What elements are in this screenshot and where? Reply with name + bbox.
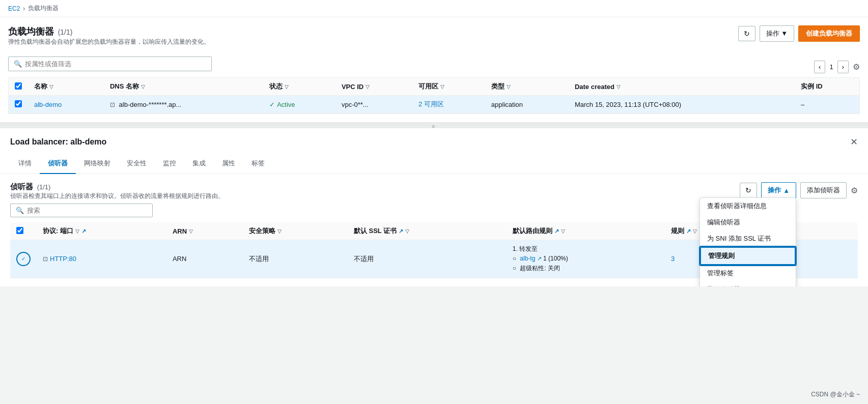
search-icon: 🔍 [14, 60, 22, 68]
col-az[interactable]: 可用区▽ [418, 82, 479, 91]
tab-tags[interactable]: 标签 [243, 154, 273, 174]
actions-dropdown-wrapper: 操作 ▲ 查看侦听器详细信息 编辑侦听器 为 SNI 添加 SSL 证书 管理规… [761, 182, 796, 198]
ssl-cert-cell: 不适用 [348, 240, 507, 278]
row-circle-indicator: ✓ [16, 252, 31, 266]
menu-manage-tags[interactable]: 管理标签 [700, 265, 796, 281]
tab-details[interactable]: 详情 [10, 154, 40, 174]
az-link[interactable]: 2 可用区 [418, 100, 444, 108]
table-row[interactable]: alb-demo ⊡ alb-demo-*******.ap... ✓ Acti… [9, 96, 859, 113]
protocol-port-cell: ⊡ HTTP:80 [43, 255, 160, 263]
tab-integration[interactable]: 集成 [184, 154, 214, 174]
listeners-search-icon: 🔍 [16, 207, 24, 214]
resize-handle[interactable]: ≡ [0, 124, 868, 128]
arn-cell: ARN [166, 240, 243, 278]
route-ext-icon[interactable]: ↗ [537, 255, 542, 262]
panel-actions: ↻ 操作 ▼ 创建负载均衡器 [738, 25, 860, 42]
lb-detail-title: Load balancer: alb-demo [10, 137, 106, 147]
settings-icon[interactable]: ⚙ [853, 62, 860, 72]
section-title: 侦听器 (1/1) [10, 182, 224, 192]
breadcrumb-ec2[interactable]: EC2 [8, 5, 20, 12]
lb-table: 名称▽ DNS 名称▽ 状态▽ VPC ID▽ 可用区▽ 类型▽ Date cr… [8, 77, 860, 114]
col-type[interactable]: 类型▽ [491, 82, 563, 91]
menu-add-ssl[interactable]: 为 SNI 添加 SSL 证书 [700, 230, 796, 247]
menu-edit-listener[interactable]: 编辑侦听器 [700, 214, 796, 230]
instance-id-value: – [795, 96, 859, 113]
col-name[interactable]: 名称▽ [34, 82, 98, 91]
col-date-created[interactable]: Date created▽ [575, 83, 789, 91]
status-check-icon: ✓ [269, 101, 275, 108]
breadcrumb-current: 负载均衡器 [28, 4, 59, 13]
tab-attributes[interactable]: 属性 [214, 154, 243, 174]
section-subtitle: 侦听器检查其端口上的连接请求和协议。侦听器收的流量将根据规则进行路由。 [10, 192, 224, 200]
protocol-port-link[interactable]: HTTP:80 [50, 255, 76, 263]
external-link-icon[interactable]: ↗ [81, 228, 86, 235]
bottom-panel: Load balancer: alb-demo ✕ 详情 侦听器 网络映射 安全… [0, 128, 868, 286]
tab-listeners[interactable]: 侦听器 [40, 154, 76, 174]
route-target-detail: 1 (100%) [543, 255, 568, 262]
copy-dns-icon: ⊡ [43, 255, 48, 263]
route-rule-cell: 1. 转发至 ○ alb-tg ↗ 1 (100%) ○ 超级粘性: 关闭 [507, 240, 665, 278]
panel-subtitle: 弹性负载均衡器会自动扩展您的负载均衡器容量，以响应传入流量的变化。 [8, 38, 210, 46]
close-button[interactable]: ✕ [850, 136, 858, 148]
col-dns[interactable]: DNS 名称▽ [110, 82, 257, 91]
tab-security[interactable]: 安全性 [119, 154, 155, 174]
page-title: 负载均衡器 (1/1) [8, 25, 210, 38]
refresh-button[interactable]: ↻ [738, 26, 755, 41]
col-route-rule[interactable]: 默认路由规则↗▽ [513, 226, 659, 236]
security-policy-cell: 不适用 [243, 240, 348, 278]
actions-button[interactable]: 操作 ▼ [760, 25, 794, 42]
listeners-select-all[interactable] [16, 227, 23, 234]
type-value: application [485, 96, 569, 113]
pagination: ‹ 1 › ⚙ [814, 56, 860, 77]
route-target: ○ alb-tg ↗ 1 (100%) [513, 254, 659, 264]
col-security-policy[interactable]: 安全策略▽ [249, 226, 342, 236]
prev-page-button[interactable]: ‹ [814, 61, 825, 73]
col-protocol-port[interactable]: 协议: 端口▽↗ [43, 226, 160, 236]
status-badge: ✓ Active [269, 101, 329, 108]
create-lb-button[interactable]: 创建负载均衡器 [798, 25, 860, 42]
page-number: 1 [829, 63, 833, 71]
search-input[interactable] [25, 60, 206, 68]
dns-value: alb-demo-*******.ap... [119, 101, 182, 108]
route-sticky: ○ 超级粘性: 关闭 [513, 264, 659, 273]
breadcrumb-separator: › [23, 5, 25, 12]
actions-dropdown-menu: 查看侦听器详细信息 编辑侦听器 为 SNI 添加 SSL 证书 管理规则 管理标… [699, 197, 796, 286]
col-ssl-cert[interactable]: 默认 SSL 证书↗▽ [354, 226, 500, 236]
col-instance-id[interactable]: 实例 ID [801, 82, 853, 91]
next-page-button[interactable]: › [837, 61, 849, 73]
detail-tabs: 详情 侦听器 网络映射 安全性 监控 集成 属性 标签 [0, 154, 868, 174]
menu-view-listener[interactable]: 查看侦听器详细信息 [700, 198, 796, 214]
route-target-link[interactable]: alb-tg [520, 255, 535, 262]
col-status[interactable]: 状态▽ [269, 82, 329, 91]
ssl-external-link-icon[interactable]: ↗ [399, 228, 403, 235]
tab-monitoring[interactable]: 监控 [155, 154, 184, 174]
listeners-search-bar[interactable]: 🔍 [10, 204, 153, 217]
listeners-settings-icon[interactable]: ⚙ [851, 186, 858, 195]
listeners-section: 侦听器 (1/1) 侦听器检查其端口上的连接请求和协议。侦听器收的流量将根据规则… [0, 174, 868, 286]
section-actions: ↻ 操作 ▲ 查看侦听器详细信息 编辑侦听器 为 SNI 添加 SSL 证书 管… [740, 182, 858, 198]
listeners-refresh-button[interactable]: ↻ [740, 183, 757, 198]
lb-name-link[interactable]: alb-demo [34, 101, 62, 108]
col-vpc[interactable]: VPC ID▽ [342, 83, 406, 91]
menu-delete-listener[interactable]: 删除侦听器 [700, 281, 796, 286]
rules-count-link[interactable]: 3 [671, 255, 675, 263]
tab-network[interactable]: 网络映射 [76, 154, 119, 174]
resize-dots: ≡ [432, 124, 436, 129]
col-arn[interactable]: ARN▽ [173, 227, 237, 235]
top-panel: 负载均衡器 (1/1) 弹性负载均衡器会自动扩展您的负载均衡器容量，以响应传入流… [0, 17, 868, 124]
date-created-value: March 15, 2023, 11:13 (UTC+08:00) [569, 96, 795, 113]
vpc-value: vpc-0**... [335, 96, 412, 113]
listeners-actions-button[interactable]: 操作 ▲ [761, 182, 796, 198]
breadcrumb: EC2 › 负载均衡器 [0, 0, 868, 17]
select-all-checkbox[interactable] [15, 82, 22, 90]
rules-external-link-icon[interactable]: ↗ [686, 228, 691, 235]
copy-icon: ⊡ [110, 101, 115, 108]
row-checkbox[interactable] [15, 100, 22, 107]
add-listener-button[interactable]: 添加侦听器 [800, 182, 847, 198]
listeners-search-input[interactable] [27, 207, 147, 214]
search-bar[interactable]: 🔍 [8, 56, 212, 71]
route-external-link-icon[interactable]: ↗ [554, 228, 559, 235]
menu-manage-rules[interactable]: 管理规则 [700, 247, 796, 265]
route-rule-label: 1. 转发至 [513, 244, 659, 254]
